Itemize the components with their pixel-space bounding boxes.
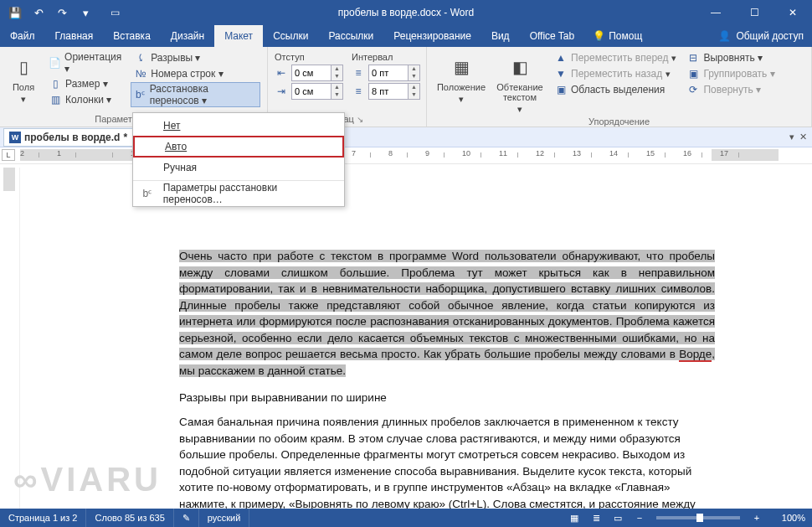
dialog-launcher-icon[interactable]: ↘ [357,115,366,124]
status-word-count[interactable]: Слово 85 из 635 [86,509,173,527]
group-icon: ▣ [686,67,700,80]
person-icon: 👤 [718,30,731,42]
tab-file[interactable]: Файл [0,25,45,47]
indent-left-icon: ⇤ [275,66,288,80]
document-tab[interactable]: W пробелы в ворде.d * [3,128,133,147]
hyphen-options[interactable]: bᶜПараметры расстановки переносов… [133,183,344,204]
tab-officetab[interactable]: Office Tab [520,25,585,47]
ribbon: ▯ Поля ▾ 📄Ориентация ▾ ▯Размер ▾ ▥Колонк… [0,47,812,127]
window-title: пробелы в ворде.docx - Word [338,7,474,18]
space-after-input[interactable]: ▲▼ [368,82,420,101]
hyphen-icon: bᶜ [134,88,146,101]
group-arrange: ▦ Положение▾ ◧ Обтекание текстом▾ ▲Перем… [427,47,812,127]
vertical-ruler[interactable] [0,168,20,509]
wrap-text-button[interactable]: ◧ Обтекание текстом▾ [492,50,547,115]
undo-button[interactable]: ↶ [28,3,49,23]
maximize-button[interactable]: ☐ [735,0,773,25]
margins-button[interactable]: ▯ Поля ▾ [7,50,40,107]
forward-icon: ▲ [554,51,568,65]
options-icon: bᶜ [140,188,155,199]
document-tab-label: пробелы в ворде.d [24,132,120,143]
close-button[interactable]: ✕ [773,0,812,25]
page-viewport[interactable]: Очень часто при работе с текстом в прогр… [20,168,812,509]
zoom-slider[interactable] [656,516,740,519]
selection-pane-button[interactable]: ▣Область выделения [551,82,680,97]
size-button[interactable]: ▯Размер ▾ [45,76,126,91]
indent-right-icon: ⇥ [275,85,288,98]
tab-design[interactable]: Дизайн [161,25,214,47]
status-bar: Страница 1 из 2 Слово 85 из 635 ✎ русски… [0,509,812,527]
align-button[interactable]: ⊟Выровнять ▾ [683,50,778,65]
margins-label: Поля [13,82,34,92]
document-area: Очень часто при работе с текстом в прогр… [0,168,812,509]
hyphenation-button[interactable]: bᶜРасстановка переносов ▾ [131,82,260,107]
orientation-icon: 📄 [49,56,61,70]
quick-access-toolbar: 💾 ↶ ↷ ▾ [0,3,95,23]
tab-home[interactable]: Главная [45,25,104,47]
zoom-level[interactable]: 100% [768,513,805,523]
rotate-icon: ⟳ [686,83,700,96]
page: Очень часто при работе с текстом в прогр… [37,173,757,509]
hyphen-auto[interactable]: Авто [133,136,344,158]
size-icon: ▯ [49,77,62,90]
save-button[interactable]: 💾 [5,3,25,23]
wrap-icon: ◧ [506,54,533,80]
columns-icon: ▥ [49,93,62,106]
margins-icon: ▯ [10,54,37,80]
window-controls: ― ☐ ✕ [696,0,812,25]
breaks-button[interactable]: ⤹Разрывы ▾ [131,50,260,65]
send-backward-button: ▼Переместить назад ▾ [551,66,680,81]
pane-icon: ▣ [554,83,568,96]
rotate-button: ⟳Повернуть ▾ [683,82,778,97]
paragraph-2[interactable]: Самая банальная причина появления длинны… [179,414,715,509]
tab-layout[interactable]: Макет [214,25,263,47]
proofing-icon: ✎ [182,513,190,524]
horizontal-ruler[interactable]: L 211234567891011121314151617 [0,147,812,164]
status-page[interactable]: Страница 1 из 2 [0,509,86,527]
share-button[interactable]: 👤 Общий доступ [710,25,812,47]
tabbar-menu-icon[interactable]: ▾ [789,132,794,142]
heading-1[interactable]: Разрывы при выравнивании по ширине [179,390,715,406]
columns-button[interactable]: ▥Колонки ▾ [45,92,126,107]
tab-selector[interactable]: L [2,149,15,161]
line-numbers-button[interactable]: №Номера строк ▾ [131,66,260,81]
status-language[interactable]: русский [199,509,249,527]
hyphen-none[interactable]: Нет [133,116,344,136]
position-button[interactable]: ▦ Положение▾ [434,50,489,115]
orientation-button[interactable]: 📄Ориентация ▾ [45,50,126,75]
zoom-in-button[interactable]: + [747,509,767,527]
position-icon: ▦ [448,54,475,80]
tabbar-close-icon[interactable]: ✕ [799,132,807,142]
backward-icon: ▼ [554,67,568,80]
indent-right-input[interactable]: ▲▼ [291,82,343,101]
tab-insert[interactable]: Вставка [103,25,161,47]
hyphen-manual[interactable]: Ручная [133,158,344,178]
title-bar: 💾 ↶ ↷ ▾ пробелы в ворде.docx - Word ▭ ― … [0,0,812,25]
tab-review[interactable]: Рецензирование [383,25,481,47]
tab-references[interactable]: Ссылки [263,25,318,47]
tab-view[interactable]: Вид [481,25,520,47]
document-tab-bar: W пробелы в ворде.d * ▾ ✕ [0,127,812,147]
lightbulb-icon: 💡 [593,30,605,42]
tell-me[interactable]: 💡 Помощ [584,25,650,47]
minimize-button[interactable]: ― [696,0,735,25]
space-after-icon: ≡ [352,85,365,98]
qat-more[interactable]: ▾ [75,3,95,23]
align-icon: ⊟ [686,51,700,65]
view-web-button[interactable]: ▭ [608,509,628,527]
space-before-input[interactable]: ▲▼ [368,64,420,82]
indent-left-input[interactable]: ▲▼ [291,64,343,82]
breaks-icon: ⤹ [134,51,147,65]
status-proofing[interactable]: ✎ [174,509,199,527]
group-objects-button: ▣Группировать ▾ [683,66,778,81]
ribbon-tabs: Файл Главная Вставка Дизайн Макет Ссылки… [0,25,812,47]
view-print-button[interactable]: ≣ [586,509,606,527]
ribbon-options-icon[interactable]: ▭ [95,0,134,25]
linenum-icon: № [134,67,147,80]
view-read-button[interactable]: ▦ [564,509,584,527]
redo-button[interactable]: ↷ [52,3,72,23]
tab-mailings[interactable]: Рассылки [318,25,383,47]
paragraph-1[interactable]: Очень часто при работе с текстом в прогр… [179,248,715,380]
zoom-out-button[interactable]: − [630,509,650,527]
indent-header: Отступ [275,50,343,64]
